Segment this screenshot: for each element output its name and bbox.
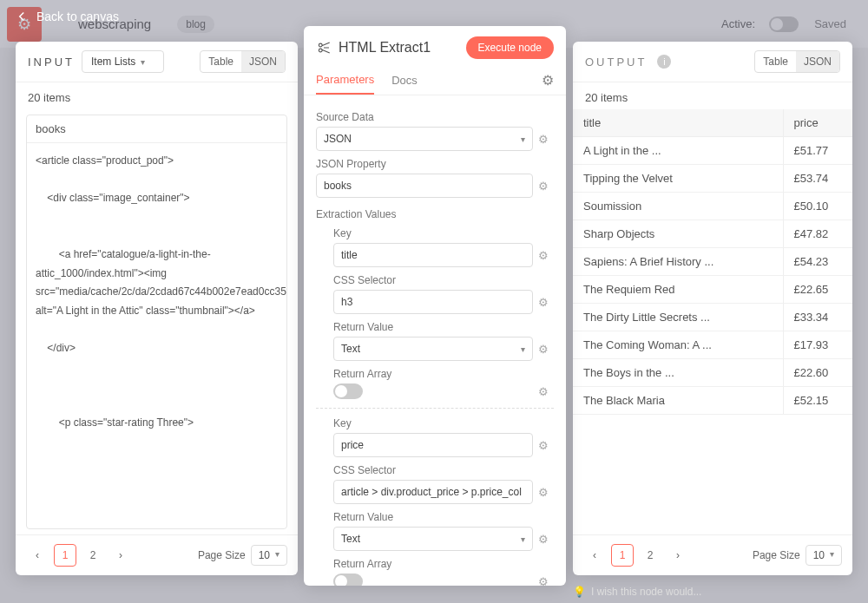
json-property-label: JSON Property — [316, 158, 554, 170]
price-cell: £22.60 — [783, 359, 852, 387]
view-table-button[interactable]: Table — [201, 51, 241, 72]
next-page-button[interactable]: › — [109, 544, 132, 567]
source-data-label: Source Data — [316, 111, 554, 123]
prev-page-button[interactable]: ‹ — [583, 544, 606, 567]
col-title-header: title — [573, 109, 783, 137]
wish-bar[interactable]: 💡 I wish this node would... — [573, 580, 852, 603]
page-2-button[interactable]: 2 — [639, 544, 661, 567]
back-to-canvas[interactable]: Back to canvas — [0, 0, 119, 33]
output-table: title price A Light in the ...£51.77Tipp… — [573, 109, 852, 534]
param-gear-icon[interactable]: ⚙ — [538, 133, 554, 146]
price-cell: £33.34 — [783, 304, 852, 331]
chevron-down-icon: ▾ — [141, 57, 145, 67]
price-cell: £17.93 — [783, 331, 852, 359]
output-header: OUTPUT i Table JSON — [573, 42, 852, 82]
table-row: The Coming Woman: A ...£17.93 — [573, 331, 852, 359]
input-data-box: books <article class="product_pod"> <div… — [26, 115, 287, 529]
key-input-2[interactable] — [333, 433, 533, 457]
page-size-select[interactable]: 10 ▾ — [251, 545, 287, 566]
prev-page-button[interactable]: ‹ — [26, 544, 49, 567]
title-cell: The Coming Woman: A ... — [573, 331, 783, 359]
price-cell: £53.74 — [783, 165, 852, 193]
param-gear-icon[interactable]: ⚙ — [538, 439, 554, 452]
table-row: A Light in the ...£51.77 — [573, 137, 852, 165]
page-2-button[interactable]: 2 — [82, 544, 104, 567]
node-tabs: Parameters Docs ⚙ — [304, 66, 566, 95]
extraction-values-label: Extraction Values — [316, 208, 554, 220]
return-select-1[interactable]: Text▾ — [333, 337, 533, 361]
css-input-2[interactable] — [333, 480, 533, 504]
param-gear-icon[interactable]: ⚙ — [538, 385, 554, 398]
page-size-label: Page Size — [198, 549, 246, 561]
page-1-button[interactable]: 1 — [54, 544, 76, 567]
return-array-label: Return Array — [333, 558, 554, 570]
node-panel: HTML Extract1 Execute node Parameters Do… — [304, 26, 566, 586]
execute-node-button[interactable]: Execute node — [466, 36, 554, 59]
return-array-toggle-1[interactable] — [333, 383, 363, 399]
title-cell: Tipping the Velvet — [573, 165, 783, 193]
param-gear-icon[interactable]: ⚙ — [538, 486, 554, 499]
table-row: Sharp Objects£47.82 — [573, 220, 852, 248]
title-cell: The Requiem Red — [573, 276, 783, 304]
input-items-count: 20 items — [16, 82, 298, 109]
page-1-button[interactable]: 1 — [611, 544, 634, 567]
output-title: OUTPUT — [585, 56, 647, 69]
next-page-button[interactable]: › — [667, 544, 689, 567]
table-row: Tipping the Velvet£53.74 — [573, 165, 852, 193]
return-label: Return Value — [333, 321, 554, 333]
param-gear-icon[interactable]: ⚙ — [538, 249, 554, 262]
node-title: HTML Extract1 — [339, 40, 459, 56]
param-gear-icon[interactable]: ⚙ — [538, 343, 554, 356]
input-column-header: books — [27, 115, 286, 143]
title-cell: A Light in the ... — [573, 137, 783, 165]
return-array-toggle-2[interactable] — [333, 574, 363, 586]
price-cell: £54.23 — [783, 248, 852, 276]
divider — [316, 408, 554, 409]
info-icon[interactable]: i — [657, 55, 671, 69]
input-footer: ‹ 1 2 › Page Size 10 ▾ — [16, 534, 298, 575]
lightbulb-icon: 💡 — [573, 586, 586, 598]
col-price-header: price — [783, 109, 852, 137]
param-gear-icon[interactable]: ⚙ — [538, 296, 554, 309]
table-row: The Requiem Red£22.65 — [573, 276, 852, 304]
price-cell: £47.82 — [783, 220, 852, 248]
input-body: <article class="product_pod"> <div class… — [27, 143, 286, 528]
json-property-input[interactable] — [316, 174, 533, 198]
key-input-1[interactable] — [333, 243, 533, 267]
title-cell: Soumission — [573, 193, 783, 220]
price-cell: £52.15 — [783, 387, 852, 415]
page-size-label: Page Size — [753, 549, 800, 561]
settings-icon[interactable]: ⚙ — [542, 72, 554, 88]
price-cell: £50.10 — [783, 193, 852, 220]
css-input-1[interactable] — [333, 290, 533, 314]
chevron-down-icon: ▾ — [830, 549, 834, 561]
arrow-left-icon — [14, 9, 30, 24]
title-cell: The Black Maria — [573, 387, 783, 415]
css-label: CSS Selector — [333, 464, 554, 476]
price-cell: £22.65 — [783, 276, 852, 304]
output-panel: OUTPUT i Table JSON 20 items title price… — [573, 42, 852, 575]
output-view-toggle: Table JSON — [754, 50, 840, 73]
return-select-2[interactable]: Text▾ — [333, 527, 533, 551]
param-gear-icon[interactable]: ⚙ — [538, 575, 554, 587]
tab-docs[interactable]: Docs — [391, 67, 418, 94]
input-header: INPUT Item Lists ▾ Table JSON — [16, 42, 298, 82]
view-json-button[interactable]: JSON — [796, 51, 839, 72]
params-body: Source Data JSON▾ ⚙ JSON Property ⚙ Extr… — [304, 95, 566, 586]
view-json-button[interactable]: JSON — [241, 51, 285, 72]
view-table-button[interactable]: Table — [755, 51, 796, 72]
source-data-select[interactable]: JSON▾ — [316, 127, 533, 151]
back-label: Back to canvas — [36, 10, 119, 23]
input-view-toggle: Table JSON — [200, 50, 286, 73]
output-footer: ‹ 1 2 › Page Size 10 ▾ — [573, 534, 852, 575]
wish-text: I wish this node would... — [591, 586, 701, 598]
page-size-select[interactable]: 10 ▾ — [806, 545, 842, 566]
title-cell: The Boys in the ... — [573, 359, 783, 387]
param-gear-icon[interactable]: ⚙ — [538, 180, 554, 193]
input-panel: INPUT Item Lists ▾ Table JSON 20 items b… — [16, 42, 298, 575]
input-title: INPUT — [28, 56, 75, 69]
param-gear-icon[interactable]: ⚙ — [538, 533, 554, 546]
table-row: Soumission£50.10 — [573, 193, 852, 220]
tab-parameters[interactable]: Parameters — [316, 66, 374, 95]
prev-node-select[interactable]: Item Lists ▾ — [82, 50, 164, 73]
